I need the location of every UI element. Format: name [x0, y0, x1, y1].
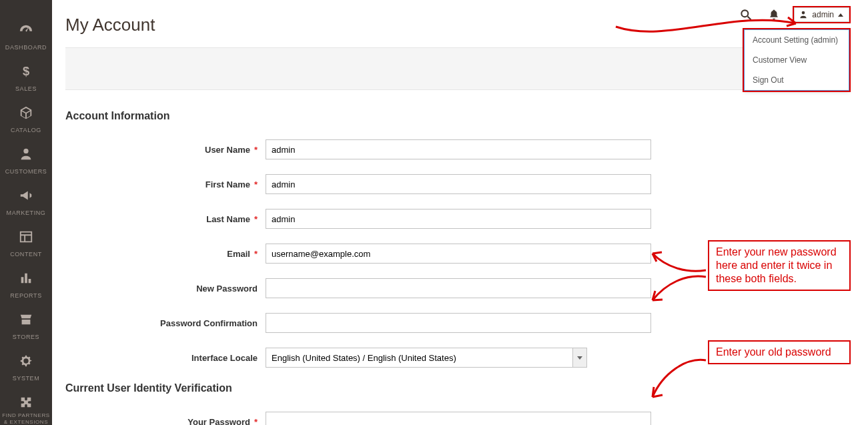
- input-last-name[interactable]: [266, 209, 651, 229]
- svg-text:$: $: [23, 64, 29, 78]
- input-first-name[interactable]: [266, 174, 651, 194]
- section-account-info: Account Information: [65, 110, 841, 122]
- megaphone-icon: [17, 188, 35, 203]
- sidebar-label: CATALOG: [11, 127, 41, 133]
- sidebar-label: STORES: [13, 334, 39, 340]
- annotation-arrow-old-pw: [649, 357, 709, 404]
- sidebar-label: CUSTOMERS: [5, 168, 47, 175]
- sidebar-item-marketing[interactable]: MARKETING: [0, 183, 52, 224]
- label-interface-locale: Interface Locale: [65, 353, 266, 363]
- label-user-name: User Name*: [65, 145, 266, 155]
- user-dropdown: Account Setting (admin) Customer View Si…: [744, 29, 849, 91]
- label-last-name: Last Name*: [65, 214, 266, 224]
- input-your-password[interactable]: [266, 412, 651, 425]
- actions-bar: Reset: [65, 47, 841, 90]
- store-icon: [17, 312, 35, 327]
- sidebar-item-catalog[interactable]: CATALOG: [0, 100, 52, 141]
- select-interface-locale[interactable]: English (United States) / English (Unite…: [266, 348, 587, 368]
- annotation-arrow-new-pw-bottom: [649, 270, 709, 307]
- label-your-password: Your Password*: [65, 417, 266, 426]
- input-password-confirmation[interactable]: [266, 313, 651, 333]
- bars-icon: [17, 271, 35, 286]
- menu-account-setting[interactable]: Account Setting (admin): [745, 30, 849, 50]
- sidebar-item-system[interactable]: SYSTEM: [0, 348, 52, 390]
- sidebar-label: FIND PARTNERS & EXTENSIONS: [0, 412, 52, 425]
- layout-icon: [17, 230, 35, 244]
- user-name: admin: [812, 10, 834, 19]
- admin-sidebar: DASHBOARD $ SALES CATALOG CUSTOMERS MARK…: [0, 0, 52, 425]
- sidebar-label: DASHBOARD: [5, 44, 47, 51]
- sidebar-item-partners[interactable]: FIND PARTNERS & EXTENSIONS: [0, 390, 52, 425]
- label-first-name: First Name*: [65, 179, 266, 189]
- callout-old-password: Enter your old password: [708, 340, 851, 364]
- sidebar-item-dashboard[interactable]: DASHBOARD: [0, 17, 52, 59]
- label-new-password: New Password: [65, 284, 266, 294]
- sidebar-item-content[interactable]: CONTENT: [0, 224, 52, 266]
- sidebar-label: SYSTEM: [13, 375, 40, 382]
- label-password-confirmation: Password Confirmation: [65, 318, 266, 328]
- person-icon: [17, 147, 35, 161]
- callout-new-password: Enter your new password here and enter i…: [708, 240, 851, 291]
- sidebar-label: CONTENT: [10, 251, 42, 258]
- sidebar-label: MARKETING: [7, 209, 46, 216]
- cube-icon: [17, 105, 35, 120]
- sidebar-item-sales[interactable]: $ SALES: [0, 59, 52, 100]
- sidebar-item-reports[interactable]: REPORTS: [0, 266, 52, 307]
- menu-customer-view[interactable]: Customer View: [745, 50, 849, 70]
- input-email[interactable]: [266, 244, 651, 264]
- main-content: admin Account Setting (admin) Customer V…: [52, 0, 868, 425]
- gear-icon: [17, 354, 35, 368]
- sidebar-item-customers[interactable]: CUSTOMERS: [0, 141, 52, 183]
- sidebar-label: REPORTS: [10, 292, 42, 299]
- select-caret-button[interactable]: [572, 348, 587, 368]
- sidebar-label: SALES: [15, 85, 37, 92]
- dollar-icon: $: [17, 64, 35, 79]
- dashboard-icon: [17, 23, 35, 37]
- input-new-password[interactable]: [266, 278, 651, 298]
- label-email: Email*: [65, 249, 266, 259]
- sidebar-item-stores[interactable]: STORES: [0, 307, 52, 348]
- input-user-name[interactable]: [266, 139, 651, 159]
- caret-down-icon: [577, 356, 582, 360]
- menu-sign-out[interactable]: Sign Out: [745, 70, 849, 90]
- select-value: English (United States) / English (Unite…: [266, 348, 572, 368]
- caret-up-icon: [838, 13, 843, 17]
- puzzle-icon: [17, 395, 35, 410]
- section-identity-verification: Current User Identity Verification: [65, 382, 841, 394]
